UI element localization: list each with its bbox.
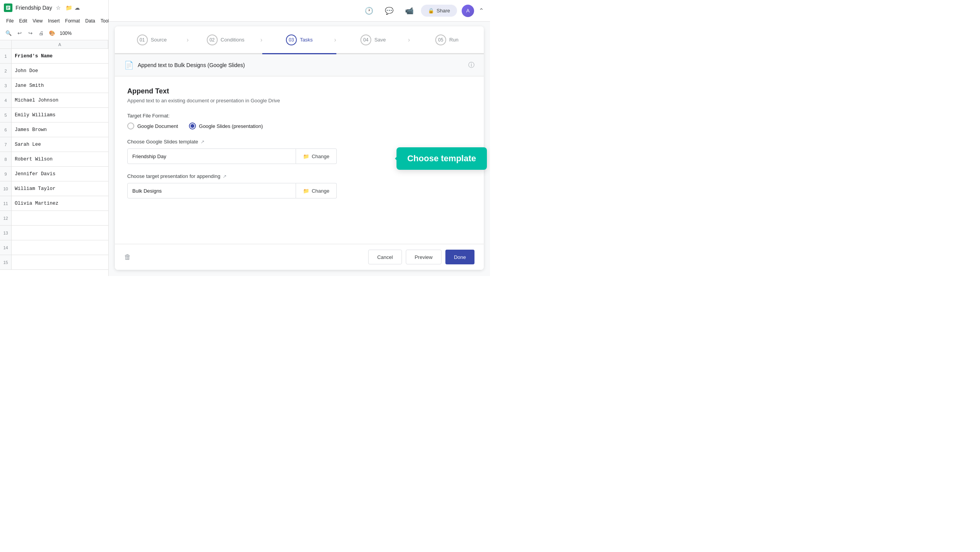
topbar: 🕐 💬 📹 🔒 Share A ⌃ xyxy=(109,0,490,22)
row-num: 14 xyxy=(0,240,12,255)
cell-a2[interactable]: John Doe xyxy=(12,68,108,74)
row-num: 1 xyxy=(0,49,12,63)
cancel-button[interactable]: Cancel xyxy=(368,250,402,264)
change-btn-label: Change xyxy=(312,154,329,159)
svg-rect-1 xyxy=(7,7,10,7)
cell-a9[interactable]: Jennifer Davis xyxy=(12,171,108,177)
zoom-level: 100% xyxy=(58,31,73,36)
step-label-source: Source xyxy=(151,37,167,43)
table-row: 5 Emily Williams xyxy=(0,108,108,122)
paint-icon[interactable]: 🎨 xyxy=(47,29,57,38)
table-row: 7 Sarah Lee xyxy=(0,137,108,152)
menu-edit[interactable]: Edit xyxy=(17,17,29,24)
row-num: 9 xyxy=(0,167,12,181)
svg-rect-2 xyxy=(7,7,10,8)
step-run[interactable]: 05 Run xyxy=(410,26,484,53)
template-input[interactable] xyxy=(127,148,296,164)
print-icon[interactable]: 🖨 xyxy=(36,29,46,38)
stepper: 01 Source › 02 Conditions › 03 Tasks › 0… xyxy=(115,26,484,54)
step-tasks[interactable]: 03 Tasks › xyxy=(262,26,336,54)
target-form-group: Choose target presentation for appending… xyxy=(127,173,471,198)
svg-rect-3 xyxy=(7,9,9,9)
row-num: 11 xyxy=(0,196,12,210)
cell-a8[interactable]: Robert Wilson xyxy=(12,157,108,162)
table-row: 3 Jane Smith xyxy=(0,78,108,93)
video-icon[interactable]: 📹 xyxy=(402,4,416,18)
template-field-label: Choose Google Slides template xyxy=(127,139,198,145)
menu-insert[interactable]: Insert xyxy=(46,17,62,24)
row-num: 15 xyxy=(0,255,12,269)
cell-a1[interactable]: Friend's Name xyxy=(12,53,108,59)
step-label-save: Save xyxy=(374,37,386,43)
cloud-icon[interactable]: ☁ xyxy=(74,5,80,11)
preview-button[interactable]: Preview xyxy=(406,250,442,264)
template-label-row: Choose Google Slides template ↗ xyxy=(127,139,471,145)
cell-a10[interactable]: William Taylor xyxy=(12,186,108,191)
table-row: 1 Friend's Name xyxy=(0,49,108,64)
spreadsheet-rows: 1 Friend's Name 2 John Doe 3 Jane Smith … xyxy=(0,49,108,276)
title-bar: Friendship Day ☆ 📁 ☁ xyxy=(0,0,108,16)
task-title-text: Append text to Bulk Designs (Google Slid… xyxy=(138,62,245,68)
table-row: 9 Jennifer Davis xyxy=(0,167,108,181)
step-label-conditions: Conditions xyxy=(221,37,244,43)
menu-data[interactable]: Data xyxy=(83,17,97,24)
comment-icon[interactable]: 💬 xyxy=(382,4,396,18)
delete-icon[interactable]: 🗑 xyxy=(124,253,131,261)
history-icon[interactable]: 🕐 xyxy=(362,4,376,18)
row-num: 10 xyxy=(0,181,12,196)
folder-icon[interactable]: 📁 xyxy=(66,5,72,11)
cell-a4[interactable]: Michael Johnson xyxy=(12,98,108,103)
target-label-row: Choose target presentation for appending… xyxy=(127,173,471,179)
row-num: 13 xyxy=(0,226,12,240)
template-field-with-btn: 📁 Change xyxy=(127,148,337,164)
right-panel: 🕐 💬 📹 🔒 Share A ⌃ 01 Source › 02 Conditi… xyxy=(109,0,490,276)
target-input[interactable] xyxy=(127,183,296,198)
cell-a5[interactable]: Emily Williams xyxy=(12,112,108,118)
undo-icon[interactable]: ↩ xyxy=(15,29,24,38)
done-button[interactable]: Done xyxy=(445,250,474,264)
change-btn-label-2: Change xyxy=(312,188,329,194)
collapse-icon[interactable]: ⌃ xyxy=(479,7,484,14)
footer-actions: Cancel Preview Done xyxy=(368,250,474,264)
format-label: Target File Format: xyxy=(127,113,471,119)
table-row: 4 Michael Johnson xyxy=(0,93,108,108)
menu-view[interactable]: View xyxy=(30,17,45,24)
target-change-button[interactable]: 📁 Change xyxy=(296,183,337,198)
document-icon: 📄 xyxy=(124,60,134,70)
radio-google-slides[interactable]: Google Slides (presentation) xyxy=(189,122,263,129)
external-link-icon-2[interactable]: ↗ xyxy=(223,174,227,179)
share-label: Share xyxy=(436,8,450,14)
row-num: 6 xyxy=(0,122,12,137)
template-change-button[interactable]: 📁 Change xyxy=(296,148,337,164)
radio-google-doc[interactable]: Google Document xyxy=(127,122,178,129)
step-source[interactable]: 01 Source › xyxy=(115,26,189,53)
table-row: 10 William Taylor xyxy=(0,181,108,196)
table-row: 13 xyxy=(0,226,108,240)
cell-a11[interactable]: Olivia Martinez xyxy=(12,201,108,206)
table-row: 2 John Doe xyxy=(0,64,108,78)
step-conditions[interactable]: 02 Conditions › xyxy=(189,26,262,53)
cell-a7[interactable]: Sarah Lee xyxy=(12,142,108,147)
info-icon[interactable]: ⓘ xyxy=(468,61,474,69)
spreadsheet-title: Friendship Day xyxy=(16,5,52,11)
redo-icon[interactable]: ↪ xyxy=(26,29,35,38)
menu-bar: File Edit View Insert Format Data Tools … xyxy=(0,16,108,26)
step-label-tasks: Tasks xyxy=(300,37,313,43)
target-field-with-btn: 📁 Change xyxy=(127,183,337,198)
menu-format[interactable]: Format xyxy=(63,17,82,24)
cell-a6[interactable]: James Brown xyxy=(12,127,108,133)
radio-label-doc: Google Document xyxy=(137,123,178,129)
step-save[interactable]: 04 Save › xyxy=(336,26,410,53)
row-num: 5 xyxy=(0,108,12,122)
menu-file[interactable]: File xyxy=(4,17,16,24)
avatar[interactable]: A xyxy=(462,5,474,17)
radio-circle-slides xyxy=(189,122,196,129)
cell-a3[interactable]: Jane Smith xyxy=(12,83,108,88)
row-num: 2 xyxy=(0,64,12,78)
share-button[interactable]: 🔒 Share xyxy=(421,5,457,17)
search-icon[interactable]: 🔍 xyxy=(4,29,13,38)
target-field-label: Choose target presentation for appending xyxy=(127,173,220,179)
external-link-icon-1[interactable]: ↗ xyxy=(201,139,204,145)
format-form-group: Target File Format: Google Document Goog… xyxy=(127,113,471,129)
star-icon[interactable]: ☆ xyxy=(56,5,61,11)
